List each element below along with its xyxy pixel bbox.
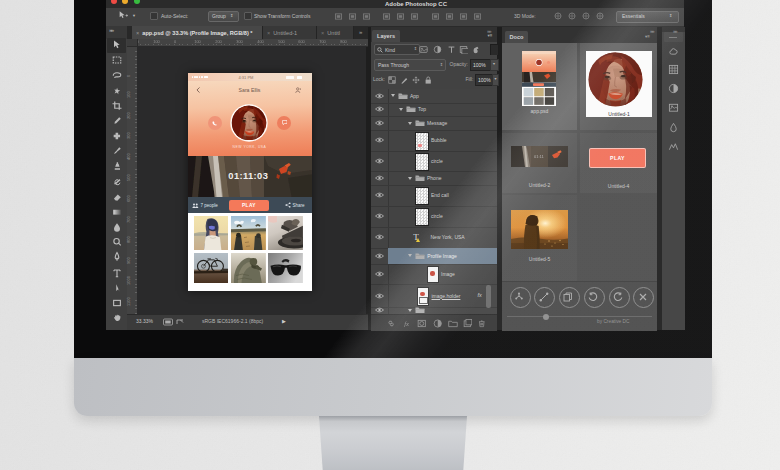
svg-text:01:11: 01:11 [534,154,544,159]
svg-text:fx: fx [404,320,409,327]
